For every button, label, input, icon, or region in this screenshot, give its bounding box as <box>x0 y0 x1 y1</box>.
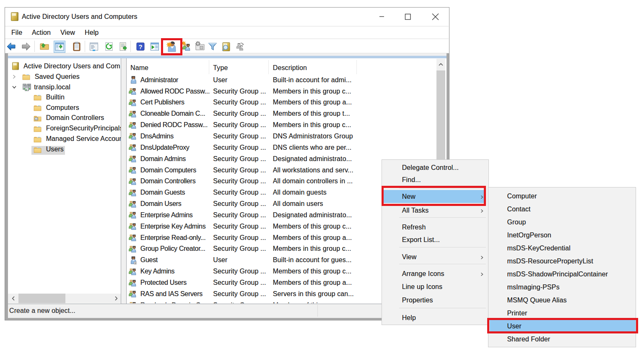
svg-text:?: ? <box>138 43 142 50</box>
